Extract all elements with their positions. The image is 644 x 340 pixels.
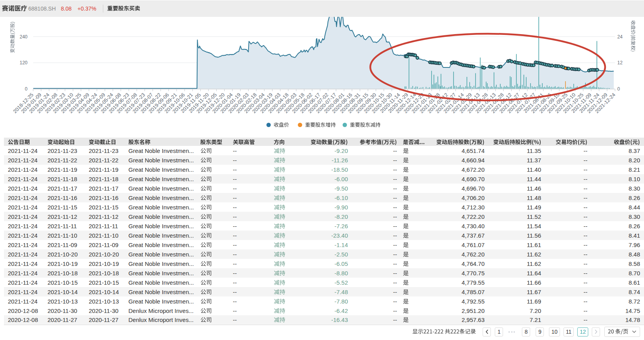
svg-text:240: 240 (20, 34, 27, 40)
svg-text:24: 24 (617, 34, 623, 40)
svg-text:0: 0 (25, 86, 27, 92)
svg-text:120: 120 (20, 60, 27, 65)
svg-text:12: 12 (617, 60, 623, 65)
svg-text:0: 0 (617, 86, 620, 92)
